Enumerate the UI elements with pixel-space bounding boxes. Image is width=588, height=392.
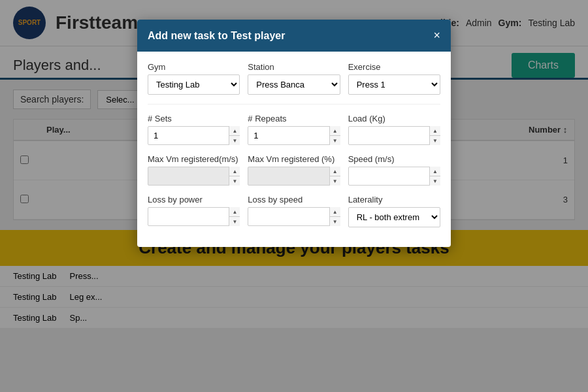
- gym-field: Gym Testing Lab: [148, 62, 240, 95]
- gym-field-label: Gym: [148, 62, 240, 72]
- exercise-select[interactable]: Press 1: [348, 74, 440, 95]
- laterality-label: Laterality: [348, 195, 440, 204]
- loss-speed-up[interactable]: ▲: [330, 207, 340, 217]
- repeats-up[interactable]: ▲: [330, 126, 340, 136]
- load-up[interactable]: ▲: [430, 126, 440, 136]
- speed-up[interactable]: ▲: [430, 167, 440, 176]
- max-vm-ms-label: Max Vm registered(m/s): [148, 154, 240, 164]
- max-vm-pct-label: Max Vm registered (%): [248, 154, 340, 164]
- speed-down[interactable]: ▼: [430, 176, 440, 186]
- sets-spinner: ▲ ▼: [148, 126, 240, 145]
- max-vm-ms-arrows: ▲ ▼: [229, 167, 240, 186]
- speed-label: Speed (m/s): [348, 154, 440, 164]
- max-vm-ms-input[interactable]: [148, 167, 240, 186]
- sets-input[interactable]: [148, 126, 240, 145]
- loss-speed-field: Loss by speed ▲ ▼: [248, 195, 340, 227]
- station-select[interactable]: Press Banca: [248, 74, 340, 95]
- max-vm-pct-spinner: ▲ ▼: [248, 167, 340, 186]
- load-arrows: ▲ ▼: [429, 126, 440, 145]
- form-row-2: # Sets ▲ ▼ # Repeats ▲: [148, 114, 440, 145]
- load-spinner: ▲ ▼: [348, 126, 440, 145]
- load-input[interactable]: [348, 126, 440, 145]
- speed-spinner: ▲ ▼: [348, 167, 440, 186]
- repeats-label: # Repeats: [248, 114, 340, 123]
- form-row-3: Max Vm registered(m/s) ▲ ▼ Max Vm regist…: [148, 154, 440, 186]
- exercise-field: Exercise Press 1: [348, 62, 440, 95]
- modal-close-button[interactable]: ×: [433, 29, 440, 42]
- max-vm-pct-down[interactable]: ▼: [330, 176, 340, 186]
- station-field: Station Press Banca: [248, 62, 340, 95]
- divider-1: [148, 104, 440, 105]
- sets-down[interactable]: ▼: [229, 136, 240, 145]
- add-task-modal: Add new task to Test player × Gym Testin…: [137, 20, 451, 247]
- sets-up[interactable]: ▲: [229, 126, 240, 136]
- max-vm-pct-field: Max Vm registered (%) ▲ ▼: [248, 154, 340, 186]
- max-vm-pct-up[interactable]: ▲: [330, 167, 340, 176]
- loss-speed-spinner: ▲ ▼: [248, 207, 340, 226]
- load-down[interactable]: ▼: [430, 136, 440, 145]
- sets-label: # Sets: [148, 114, 240, 123]
- speed-arrows: ▲ ▼: [429, 167, 440, 186]
- loss-power-field: Loss by power ▲ ▼: [148, 195, 240, 227]
- loss-speed-label: Loss by speed: [248, 195, 340, 204]
- gym-select[interactable]: Testing Lab: [148, 74, 240, 95]
- loss-speed-input[interactable]: [248, 207, 340, 226]
- max-vm-pct-input[interactable]: [248, 167, 340, 186]
- loss-speed-arrows: ▲ ▼: [329, 207, 340, 226]
- modal-title: Add new task to Test player: [148, 30, 285, 42]
- modal-body: Gym Testing Lab Station Press Banca Exer…: [137, 52, 451, 247]
- laterality-field: Laterality RL - both extrem R - right L …: [348, 195, 440, 227]
- repeats-spinner: ▲ ▼: [248, 126, 340, 145]
- load-field: Load (Kg) ▲ ▼: [348, 114, 440, 145]
- loss-power-spinner: ▲ ▼: [148, 207, 240, 226]
- loss-power-down[interactable]: ▼: [229, 217, 240, 226]
- repeats-field: # Repeats ▲ ▼: [248, 114, 340, 145]
- max-vm-ms-up[interactable]: ▲: [229, 167, 240, 176]
- sets-field: # Sets ▲ ▼: [148, 114, 240, 145]
- repeats-down[interactable]: ▼: [330, 136, 340, 145]
- loss-power-input[interactable]: [148, 207, 240, 226]
- modal-header: Add new task to Test player ×: [137, 20, 451, 52]
- station-field-label: Station: [248, 62, 340, 72]
- form-row-4: Loss by power ▲ ▼ Loss by speed: [148, 195, 440, 227]
- loss-power-arrows: ▲ ▼: [229, 207, 240, 226]
- load-label: Load (Kg): [348, 114, 440, 123]
- form-row-1: Gym Testing Lab Station Press Banca Exer…: [148, 62, 440, 95]
- sets-arrows: ▲ ▼: [229, 126, 240, 145]
- repeats-arrows: ▲ ▼: [329, 126, 340, 145]
- max-vm-ms-field: Max Vm registered(m/s) ▲ ▼: [148, 154, 240, 186]
- max-vm-ms-down[interactable]: ▼: [229, 176, 240, 186]
- loss-speed-down[interactable]: ▼: [330, 217, 340, 226]
- loss-power-label: Loss by power: [148, 195, 240, 204]
- speed-field: Speed (m/s) ▲ ▼: [348, 154, 440, 186]
- speed-input[interactable]: [348, 167, 440, 186]
- repeats-input[interactable]: [248, 126, 340, 145]
- max-vm-pct-arrows: ▲ ▼: [329, 167, 340, 186]
- exercise-field-label: Exercise: [348, 62, 440, 72]
- max-vm-ms-spinner: ▲ ▼: [148, 167, 240, 186]
- loss-power-up[interactable]: ▲: [229, 207, 240, 217]
- laterality-select[interactable]: RL - both extrem R - right L - left: [348, 207, 440, 227]
